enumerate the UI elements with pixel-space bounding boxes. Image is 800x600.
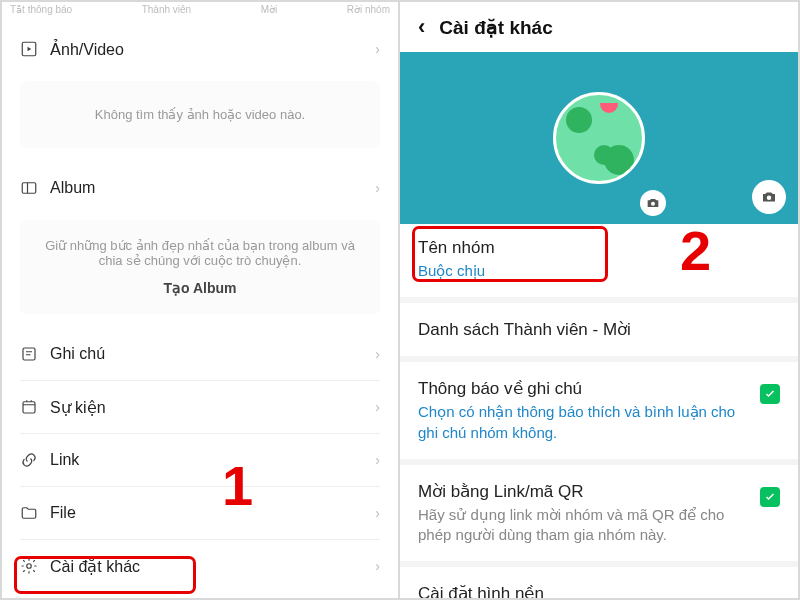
photos-videos-row[interactable]: Ảnh/Video ›: [2, 23, 398, 75]
album-row[interactable]: Album ›: [2, 162, 398, 214]
svg-point-6: [767, 196, 772, 201]
other-settings-screen: ‹ Cài đặt khác Tên nhóm Buộc chịu Danh s…: [400, 2, 798, 598]
album-empty-state: Giữ những bức ảnh đẹp nhất của bạn trong…: [20, 220, 380, 314]
camera-icon-avatar[interactable]: [640, 190, 666, 216]
screen-header: ‹ Cài đặt khác: [400, 2, 798, 52]
svg-rect-3: [23, 402, 35, 413]
camera-icon-cover[interactable]: [752, 180, 786, 214]
note-icon: [20, 345, 38, 363]
link-icon: [20, 451, 38, 469]
folder-icon: [20, 504, 38, 522]
invite-link-toggle[interactable]: [760, 487, 780, 507]
group-name-row[interactable]: Tên nhóm Buộc chịu: [418, 224, 780, 295]
chevron-right-icon: ›: [375, 505, 380, 521]
file-row[interactable]: File ›: [2, 487, 398, 539]
group-cover: [400, 52, 798, 224]
play-media-icon: [20, 40, 38, 58]
chevron-right-icon: ›: [375, 452, 380, 468]
group-avatar[interactable]: [553, 92, 645, 184]
album-label: Album: [50, 179, 95, 197]
notes-label: Ghi chú: [50, 345, 105, 363]
note-notifications-row[interactable]: Thông báo về ghi chú Chọn có nhận thông …: [418, 364, 780, 457]
svg-rect-1: [22, 183, 36, 194]
settings-overview-screen: Tắt thông báoThành viênMờiRời nhóm Ảnh/V…: [2, 2, 400, 598]
group-name-value: Buộc chịu: [418, 261, 780, 281]
gear-icon: [20, 557, 38, 575]
top-tab-bar: Tắt thông báoThành viênMờiRời nhóm: [2, 2, 398, 23]
back-icon[interactable]: ‹: [418, 14, 425, 40]
svg-point-5: [651, 202, 655, 206]
notes-row[interactable]: Ghi chú ›: [2, 328, 398, 380]
chevron-right-icon: ›: [375, 399, 380, 415]
svg-rect-2: [23, 348, 35, 360]
album-icon: [20, 179, 38, 197]
members-row[interactable]: Danh sách Thành viên - Mời: [418, 305, 780, 354]
link-row[interactable]: Link ›: [2, 434, 398, 486]
chevron-right-icon: ›: [375, 346, 380, 362]
chevron-right-icon: ›: [375, 558, 380, 574]
svg-point-4: [27, 564, 32, 569]
invite-link-row[interactable]: Mời bằng Link/mã QR Hãy sử dụng link mời…: [418, 467, 780, 560]
other-settings-row[interactable]: Cài đặt khác ›: [2, 540, 398, 592]
file-label: File: [50, 504, 76, 522]
create-album-button[interactable]: Tạo Album: [38, 280, 362, 296]
screen-title: Cài đặt khác: [439, 16, 552, 39]
photos-videos-label: Ảnh/Video: [50, 40, 124, 59]
group-name-label: Tên nhóm: [418, 238, 780, 258]
calendar-icon: [20, 398, 38, 416]
events-row[interactable]: Sự kiện ›: [2, 381, 398, 433]
note-notify-toggle[interactable]: [760, 384, 780, 404]
link-label: Link: [50, 451, 79, 469]
events-label: Sự kiện: [50, 398, 106, 417]
other-settings-label: Cài đặt khác: [50, 557, 140, 576]
chevron-right-icon: ›: [375, 180, 380, 196]
photos-empty-state: Không tìm thấy ảnh hoặc video nào.: [20, 81, 380, 148]
wallpaper-row[interactable]: Cài đặt hình nền: [418, 569, 780, 598]
chevron-right-icon: ›: [375, 41, 380, 57]
